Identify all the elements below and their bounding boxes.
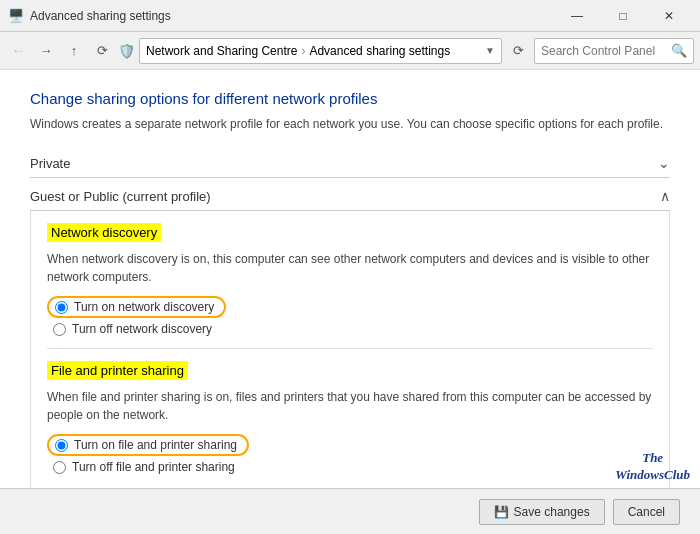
file-sharing-label: File and printer sharing bbox=[47, 361, 188, 380]
file-sharing-subsection: File and printer sharing When file and p… bbox=[47, 361, 653, 474]
close-button[interactable]: ✕ bbox=[646, 0, 692, 32]
guest-chevron-icon: ∧ bbox=[660, 188, 670, 204]
titlebar-controls: — □ ✕ bbox=[554, 0, 692, 32]
reload-button[interactable]: ⟳ bbox=[506, 39, 530, 63]
network-discovery-on-option[interactable]: Turn on network discovery bbox=[47, 296, 653, 318]
network-discovery-subsection: Network discovery When network discovery… bbox=[47, 223, 653, 336]
breadcrumb-item-1: Network and Sharing Centre bbox=[146, 44, 297, 58]
cancel-label: Cancel bbox=[628, 505, 665, 519]
cancel-button[interactable]: Cancel bbox=[613, 499, 680, 525]
addressbar: ← → ↑ ⟳ 🛡️ Network and Sharing Centre › … bbox=[0, 32, 700, 70]
file-sharing-off-option[interactable]: Turn off file and printer sharing bbox=[47, 460, 653, 474]
file-sharing-off-label: Turn off file and printer sharing bbox=[72, 460, 235, 474]
file-sharing-description: When file and printer sharing is on, fil… bbox=[47, 388, 653, 424]
refresh-button[interactable]: ⟳ bbox=[90, 39, 114, 63]
private-chevron-icon: ⌄ bbox=[658, 155, 670, 171]
network-discovery-on-highlighted: Turn on network discovery bbox=[47, 296, 226, 318]
network-discovery-on-label: Turn on network discovery bbox=[74, 300, 214, 314]
file-sharing-on-option[interactable]: Turn on file and printer sharing bbox=[47, 434, 653, 456]
network-discovery-off-radio[interactable] bbox=[53, 323, 66, 336]
search-input[interactable] bbox=[541, 44, 671, 58]
guest-section-header[interactable]: Guest or Public (current profile) ∧ bbox=[30, 182, 670, 211]
file-sharing-off-radio[interactable] bbox=[53, 461, 66, 474]
watermark: The WindowsClub bbox=[615, 450, 690, 484]
file-sharing-on-radio[interactable] bbox=[55, 439, 68, 452]
network-discovery-off-label: Turn off network discovery bbox=[72, 322, 212, 336]
dropdown-icon: ▼ bbox=[485, 45, 495, 56]
guest-label: Guest or Public (current profile) bbox=[30, 189, 211, 204]
shield-icon: 🛡️ bbox=[118, 43, 135, 59]
breadcrumb-item-2: Advanced sharing settings bbox=[309, 44, 450, 58]
main-content: Change sharing options for different net… bbox=[0, 70, 700, 488]
network-discovery-on-radio[interactable] bbox=[55, 301, 68, 314]
forward-button[interactable]: → bbox=[34, 39, 58, 63]
divider-1 bbox=[47, 348, 653, 349]
file-sharing-on-highlighted: Turn on file and printer sharing bbox=[47, 434, 249, 456]
minimize-button[interactable]: — bbox=[554, 0, 600, 32]
titlebar-icon: 🖥️ bbox=[8, 8, 24, 24]
page-title: Change sharing options for different net… bbox=[30, 90, 670, 107]
breadcrumb-separator: › bbox=[301, 44, 305, 58]
file-sharing-on-label: Turn on file and printer sharing bbox=[74, 438, 237, 452]
watermark-line1: The bbox=[615, 450, 690, 467]
watermark-line2: WindowsClub bbox=[615, 467, 690, 484]
page-subtitle: Windows creates a separate network profi… bbox=[30, 115, 670, 133]
maximize-button[interactable]: □ bbox=[600, 0, 646, 32]
search-box[interactable]: 🔍 bbox=[534, 38, 694, 64]
up-button[interactable]: ↑ bbox=[62, 39, 86, 63]
network-discovery-options: Turn on network discovery Turn off netwo… bbox=[47, 296, 653, 336]
network-discovery-label: Network discovery bbox=[47, 223, 161, 242]
titlebar-title: Advanced sharing settings bbox=[30, 9, 554, 23]
file-sharing-options: Turn on file and printer sharing Turn of… bbox=[47, 434, 653, 474]
back-button[interactable]: ← bbox=[6, 39, 30, 63]
private-section-header[interactable]: Private ⌄ bbox=[30, 149, 670, 178]
guest-section-content: Network discovery When network discovery… bbox=[30, 211, 670, 488]
network-discovery-off-option[interactable]: Turn off network discovery bbox=[47, 322, 653, 336]
search-icon: 🔍 bbox=[671, 43, 687, 58]
breadcrumb[interactable]: Network and Sharing Centre › Advanced sh… bbox=[139, 38, 502, 64]
bottombar: 💾 Save changes Cancel bbox=[0, 488, 700, 534]
save-label: Save changes bbox=[514, 505, 590, 519]
save-changes-button[interactable]: 💾 Save changes bbox=[479, 499, 605, 525]
network-discovery-description: When network discovery is on, this compu… bbox=[47, 250, 653, 286]
save-icon: 💾 bbox=[494, 505, 509, 519]
private-label: Private bbox=[30, 156, 70, 171]
titlebar: 🖥️ Advanced sharing settings — □ ✕ bbox=[0, 0, 700, 32]
